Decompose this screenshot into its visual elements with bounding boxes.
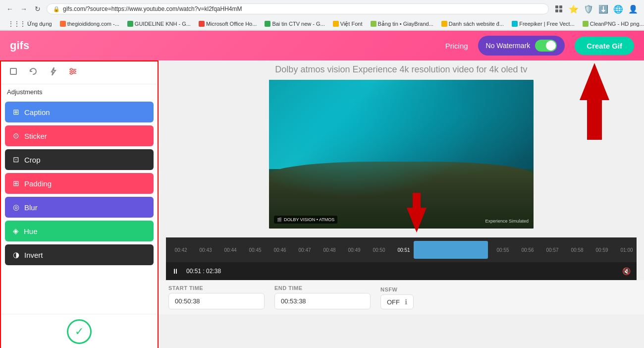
invert-label: Invert xyxy=(24,251,43,259)
tick-0056: 00:56 xyxy=(515,247,540,253)
bookmark-bangtin[interactable]: Bảng tin • GiayBrand... xyxy=(368,20,436,28)
star-btn[interactable]: ⭐ xyxy=(568,3,580,15)
experience-simulated-text: Experience Simulated xyxy=(485,219,529,224)
tick-0046: 00:46 xyxy=(268,247,292,253)
watermark-toggle-switch[interactable] xyxy=(535,40,557,52)
svg-rect-3 xyxy=(559,9,562,12)
profile-btn[interactable]: 👤 xyxy=(627,3,639,15)
svg-rect-2 xyxy=(555,9,558,12)
end-time-field: END TIME xyxy=(274,285,371,309)
start-time-input[interactable] xyxy=(168,293,265,309)
caption-icon: ⊞ xyxy=(13,108,19,116)
bookmark-thegioididong[interactable]: thegioididong.com -... xyxy=(57,20,122,28)
bookmark-vietfont[interactable]: Việt Font xyxy=(330,20,366,28)
back-button[interactable]: ← xyxy=(5,4,15,14)
bookmark-apps[interactable]: ⋮⋮⋮ Ứng dụng xyxy=(5,19,55,28)
browser-actions: ⭐ 🛡️ ⬇️ 🌐 👤 xyxy=(553,3,639,15)
tick-0047: 00:47 xyxy=(292,247,317,253)
crop-icon: ⊡ xyxy=(13,155,19,164)
blur-item[interactable]: ◎ Blur xyxy=(5,197,154,218)
tick-0043: 00:43 xyxy=(193,247,218,253)
tick-0042: 00:42 xyxy=(168,247,193,253)
nsfw-info-icon[interactable]: ℹ xyxy=(405,298,407,306)
svg-point-10 xyxy=(70,72,72,74)
url-text: gifs.com/?source=https://www.youtube.com… xyxy=(63,5,242,12)
flash-tool-icon[interactable] xyxy=(48,66,58,79)
blur-label: Blur xyxy=(24,203,38,212)
hue-icon: ◈ xyxy=(13,227,19,235)
reload-button[interactable]: ↻ xyxy=(33,4,43,14)
check-circle: ✓ xyxy=(67,319,92,344)
form-area: START TIME END TIME NSFW OFF ℹ xyxy=(159,280,644,314)
padding-label: Padding xyxy=(24,179,52,188)
padding-item[interactable]: ⊞ Padding xyxy=(5,173,154,194)
rotate-tool-icon[interactable] xyxy=(28,66,38,79)
timeline-selection[interactable] xyxy=(414,241,488,259)
tick-0049: 00:49 xyxy=(342,247,367,253)
svg-marker-12 xyxy=(580,63,609,140)
video-title: Dolby atmos vision Experience 4k resolut… xyxy=(275,64,527,75)
sticker-item[interactable]: ⊙ Sticker xyxy=(5,125,154,146)
current-time: 00:51 : 02:38 xyxy=(186,268,221,275)
sticker-label: Sticker xyxy=(24,132,47,140)
shield-btn[interactable]: 🛡️ xyxy=(583,3,594,15)
caption-label: Caption xyxy=(24,108,50,116)
invert-item[interactable]: ◑ Invert xyxy=(5,244,154,265)
timeline[interactable]: 00:42 00:43 00:44 00:45 00:46 00:47 00:4… xyxy=(166,237,637,262)
adjustments-label: Adjustments xyxy=(1,84,158,100)
forward-button[interactable]: → xyxy=(19,4,29,14)
browser-navigation: ← → ↻ 🔒 gifs.com/?source=https://www.you… xyxy=(0,0,644,18)
pricing-link[interactable]: Pricing xyxy=(445,42,468,50)
tick-0048: 00:48 xyxy=(317,247,342,253)
end-time-input[interactable] xyxy=(274,293,371,309)
crop-item[interactable]: ⊡ Crop xyxy=(5,149,154,170)
bookmark-baitin[interactable]: Bai tin CTV new - G... xyxy=(262,20,327,28)
adjustments-list: ⊞ Caption ⊙ Sticker ⊡ Crop ⊞ Padding ◎ xyxy=(1,100,158,314)
bookmark-cleanpng[interactable]: CleanPNG - HD png... xyxy=(580,20,644,28)
sidebar-toolbar xyxy=(1,61,158,84)
tick-0044: 00:44 xyxy=(218,247,243,253)
bookmarks-bar: ⋮⋮⋮ Ứng dụng thegioididong.com -... GUID… xyxy=(0,18,644,30)
bookmark-danhsach[interactable]: Danh sách website đ... xyxy=(438,20,507,28)
start-time-field: START TIME xyxy=(168,285,265,309)
blur-icon: ◎ xyxy=(13,203,19,212)
pause-button[interactable]: ⏸ xyxy=(172,267,179,275)
volume-button[interactable]: 🔇 xyxy=(622,267,631,275)
extension-btn-1[interactable] xyxy=(553,3,565,15)
download-btn[interactable]: ⬇️ xyxy=(597,3,609,15)
hue-item[interactable]: ◈ Hue xyxy=(5,221,154,241)
sidebar-bottom: ✓ xyxy=(1,314,158,348)
video-overlay: 🎬 DOLBY VISION • ATMOS xyxy=(274,216,337,224)
tick-0050: 00:50 xyxy=(367,247,391,253)
bookmark-microsoft[interactable]: Microsoft Office Ho... xyxy=(196,20,260,28)
extension-btn-2[interactable]: 🌐 xyxy=(612,3,624,15)
tick-0059: 00:59 xyxy=(590,247,614,253)
crop-label: Crop xyxy=(24,156,41,164)
tick-0045: 00:45 xyxy=(243,247,268,253)
crop-tool-icon[interactable] xyxy=(8,66,18,79)
settings-tool-icon[interactable] xyxy=(68,66,78,79)
svg-point-9 xyxy=(73,70,75,72)
nsfw-control: OFF ℹ xyxy=(380,294,414,309)
tick-0055: 00:55 xyxy=(490,247,515,253)
no-watermark-label: No Watermark xyxy=(486,42,531,50)
create-gif-button[interactable]: Create Gif xyxy=(575,37,634,55)
app-header: gifs Pricing No Watermark Create Gif xyxy=(0,31,644,60)
end-time-label: END TIME xyxy=(274,285,371,291)
sticker-icon: ⊙ xyxy=(13,131,19,140)
bookmark-guideline[interactable]: GUIDELINE KNH - G... xyxy=(124,20,194,28)
tick-0057: 00:57 xyxy=(540,247,565,253)
address-bar[interactable]: 🔒 gifs.com/?source=https://www.youtube.c… xyxy=(47,3,549,14)
svg-rect-0 xyxy=(555,5,558,8)
arrow-annotation-up xyxy=(565,60,624,160)
sidebar: Adjustments ⊞ Caption ⊙ Sticker ⊡ Crop ⊞… xyxy=(0,60,159,348)
svg-point-8 xyxy=(70,68,72,70)
svg-rect-1 xyxy=(559,5,562,8)
bookmark-freepiker[interactable]: Freepiker | Free Vect... xyxy=(509,20,578,28)
app-logo: gifs xyxy=(10,39,29,52)
start-time-label: START TIME xyxy=(168,285,265,291)
caption-item[interactable]: ⊞ Caption xyxy=(5,102,154,122)
nsfw-field: NSFW OFF ℹ xyxy=(380,287,414,309)
nsfw-value: OFF xyxy=(387,298,400,306)
svg-rect-4 xyxy=(10,68,16,74)
